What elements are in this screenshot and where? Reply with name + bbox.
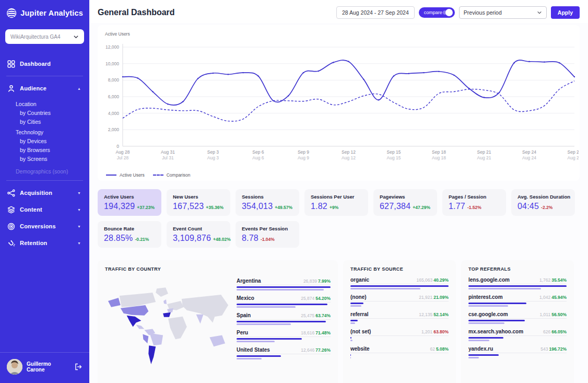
list-item[interactable]: Spain25,47563.74% xyxy=(237,312,331,325)
value-bar xyxy=(237,355,281,357)
row-value: 21,921 xyxy=(419,295,432,300)
row-delta: 7.99% xyxy=(318,278,331,284)
metric-card-new-users[interactable]: New Users 167,523+35.36% xyxy=(167,189,230,216)
row-value: 26,839 xyxy=(303,278,317,284)
legend-item-active-users[interactable]: Active Users xyxy=(106,172,145,178)
comparison-bar xyxy=(350,305,361,307)
list-item[interactable]: United States12,64677.26% xyxy=(237,347,331,359)
solid-line-swatch xyxy=(106,175,116,176)
sidebar-item-acquisition[interactable]: Acquisition ▼ xyxy=(0,184,89,201)
legend-label: Active Users xyxy=(120,172,145,178)
metric-card-sessions[interactable]: Sessions 354,013+49.57% xyxy=(236,189,299,216)
row-delta: 63.80% xyxy=(433,329,449,334)
metric-delta: +47.29% xyxy=(413,205,430,210)
layers-icon xyxy=(7,205,15,214)
svg-text:0: 0 xyxy=(116,144,119,149)
metric-delta: +9% xyxy=(330,205,338,210)
row-delta: 56.50% xyxy=(551,312,567,317)
sidebar-item-demographics-disabled: Demographics (soon) xyxy=(16,168,89,175)
compare-toggle[interactable]: compare xyxy=(419,7,455,18)
sidebar-item-by-screens[interactable]: by Screens xyxy=(16,156,89,162)
value-bar xyxy=(468,303,526,304)
row-value: 12,135 xyxy=(419,312,432,317)
row-value: 1,762 xyxy=(539,277,550,283)
svg-text:Sep 27: Sep 27 xyxy=(568,149,579,155)
sidebar-item-by-browsers[interactable]: by Browsers xyxy=(16,147,89,153)
metric-card-event-count[interactable]: Event Count 3,109,876+48.02% xyxy=(167,221,230,248)
metric-card-active-users[interactable]: Active Users 194,329+37.23% xyxy=(98,189,161,216)
compare-label: compare xyxy=(424,10,442,15)
sidebar-item-by-countries[interactable]: by Countries xyxy=(16,110,89,116)
metric-delta: -1.52% xyxy=(467,205,481,210)
row-delta: 196.72% xyxy=(549,346,567,352)
metric-value: 3,109,876 xyxy=(173,234,211,243)
row-value: 25,874 xyxy=(301,296,314,301)
list-item[interactable]: mx.search.yahoo.com62666.05% xyxy=(468,329,567,341)
svg-text:10,000: 10,000 xyxy=(105,61,119,66)
sidebar-item-retention[interactable]: Retention ▼ xyxy=(0,235,89,251)
metric-value: 28.85% xyxy=(104,234,133,243)
comparison-bar xyxy=(350,340,352,341)
metric-label: Sessions Per User xyxy=(311,194,362,200)
list-item[interactable]: Mexico25,87454.20% xyxy=(237,295,331,308)
row-value: 62 xyxy=(430,346,434,352)
list-item[interactable]: (not set)1,20163.80% xyxy=(350,329,449,341)
date-range-field[interactable]: 28 Aug 2024 - 27 Sep 2024 xyxy=(336,6,415,19)
metric-card-pageviews[interactable]: Pageviews 627,384+47.29% xyxy=(373,189,437,216)
logout-icon[interactable] xyxy=(74,363,83,371)
list-item[interactable]: organic165,06340.29% xyxy=(350,277,449,289)
sidebar-item-audience[interactable]: Audience ▲ xyxy=(0,80,89,97)
list-item[interactable]: Argentina26,8397.99% xyxy=(237,278,331,291)
sidebar-item-content[interactable]: Content ▼ xyxy=(0,201,89,218)
row-delta: 5.08% xyxy=(436,346,449,352)
svg-text:8,000: 8,000 xyxy=(108,77,120,83)
comparison-bar xyxy=(468,288,541,289)
chevron-up-icon: ▲ xyxy=(77,87,83,90)
list-item[interactable]: lens.google.com1,76235.54% xyxy=(468,277,567,289)
period-select[interactable]: Previous period xyxy=(459,6,547,19)
row-label: lens.google.com xyxy=(468,277,510,283)
row-label: Mexico xyxy=(237,295,254,301)
svg-text:Sep 6: Sep 6 xyxy=(252,149,264,155)
sidebar-item-by-cities[interactable]: by Cities xyxy=(16,119,89,125)
list-item[interactable]: referral12,13552.14% xyxy=(350,311,449,324)
metric-card-sessions-per-user[interactable]: Sessions Per User 1.82+9% xyxy=(304,189,368,216)
row-value: 626 xyxy=(543,329,550,334)
sidebar-item-conversions[interactable]: Conversions ▼ xyxy=(0,218,89,235)
metric-value: 8.78 xyxy=(242,234,258,243)
svg-text:Sep 3: Sep 3 xyxy=(207,149,219,155)
list-item[interactable]: yandex.ru543196.72% xyxy=(468,346,567,358)
sidebar-item-by-devices[interactable]: by Devices xyxy=(16,138,89,144)
share-nodes-icon xyxy=(7,189,15,197)
brand-name: Jupiter Analytics xyxy=(20,9,83,17)
legend-item-comparison[interactable]: Comparison xyxy=(153,172,191,178)
metric-card-pages-per-session[interactable]: Pages / Session 1.77-1.52% xyxy=(442,189,506,216)
apply-button[interactable]: Apply xyxy=(551,6,580,19)
avatar xyxy=(7,359,22,375)
svg-text:Aug 6: Aug 6 xyxy=(252,155,264,160)
metric-card-avg-session-duration[interactable]: Avg. Session Duration 04:45-2.2% xyxy=(511,189,575,216)
toggle-knob xyxy=(445,9,453,16)
country-list: Argentina26,8397.99% Mexico25,87454.20% … xyxy=(237,266,331,383)
list-item[interactable]: (none)21,92121.09% xyxy=(350,294,449,307)
svg-text:Jul 31: Jul 31 xyxy=(162,155,174,160)
user-name: Guillermo Carone xyxy=(27,361,70,373)
list-item[interactable]: website625.08% xyxy=(350,346,449,358)
account-selector[interactable]: WikiArquitectura GA4 xyxy=(5,29,84,44)
list-item[interactable]: pinterest.com1,04245.94% xyxy=(468,294,567,307)
metric-card-events-per-session[interactable]: Events Per Session 8.78-1.04% xyxy=(236,221,299,248)
list-item[interactable]: Peru18,61671.48% xyxy=(237,330,331,342)
svg-text:Aug 27: Aug 27 xyxy=(568,155,579,160)
row-value: 25,475 xyxy=(301,313,314,318)
svg-text:Sep 12: Sep 12 xyxy=(342,149,356,155)
sidebar-item-dashboard[interactable]: Dashboard xyxy=(0,55,89,72)
sidebar-group-location: Location xyxy=(16,101,89,107)
metric-value: 167,523 xyxy=(173,202,204,211)
metric-value: 627,384 xyxy=(380,202,410,211)
svg-text:2,000: 2,000 xyxy=(108,127,120,132)
row-label: organic xyxy=(350,277,369,283)
svg-text:Aug 3: Aug 3 xyxy=(207,155,219,160)
metric-delta: +49.57% xyxy=(275,205,292,210)
list-item[interactable]: cse.google.com1,01156.50% xyxy=(468,311,567,324)
metric-card-bounce-rate[interactable]: Bounce Rate 28.85%-0.21% xyxy=(98,221,161,248)
